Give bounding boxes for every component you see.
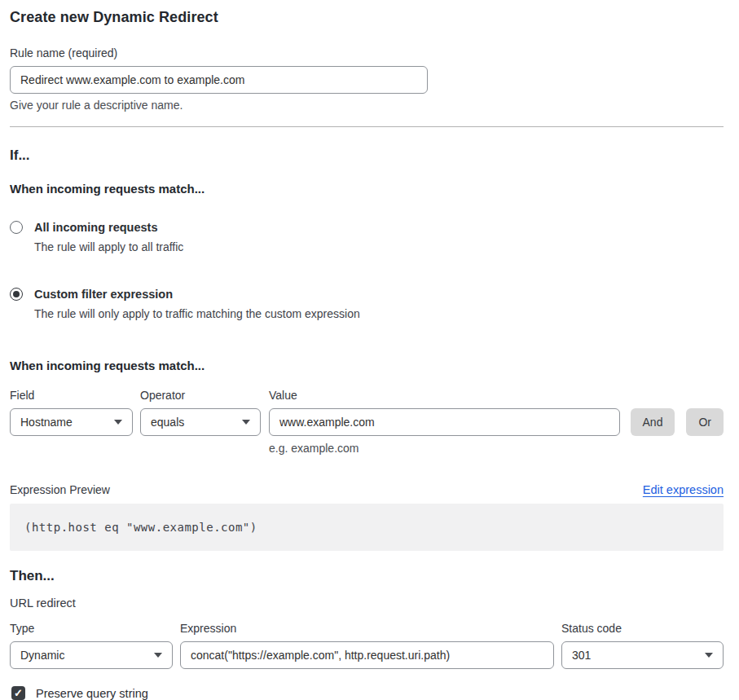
radio-button-checked[interactable] <box>10 288 23 301</box>
operator-label: Operator <box>140 389 261 402</box>
if-section-heading: If... <box>10 147 724 164</box>
radio-description: The rule will only apply to traffic matc… <box>34 306 360 323</box>
radio-label: All incoming requests <box>34 219 183 236</box>
status-code-select[interactable]: 301 <box>561 641 724 669</box>
page-title: Create new Dynamic Redirect <box>10 9 724 26</box>
operator-select-value: equals <box>151 416 235 429</box>
status-code-label: Status code <box>561 622 724 635</box>
value-help: e.g. example.com <box>269 442 724 455</box>
radio-option-all-requests[interactable]: All incoming requests The rule will appl… <box>10 219 724 256</box>
radio-option-custom-filter[interactable]: Custom filter expression The rule will o… <box>10 286 724 323</box>
then-section-heading: Then... <box>10 568 724 584</box>
radio-button-unchecked[interactable] <box>10 221 23 234</box>
or-button[interactable]: Or <box>686 408 724 436</box>
edit-expression-link[interactable]: Edit expression <box>643 483 724 496</box>
radio-label: Custom filter expression <box>34 286 360 303</box>
rule-name-label: Rule name (required) <box>10 46 724 59</box>
chevron-down-icon <box>114 420 122 425</box>
type-select[interactable]: Dynamic <box>10 641 173 669</box>
and-button[interactable]: And <box>631 408 675 436</box>
match-type-radio-group: All incoming requests The rule will appl… <box>10 219 724 322</box>
chevron-down-icon <box>242 420 250 425</box>
value-label: Value <box>269 389 724 402</box>
filter-builder-heading: When incoming requests match... <box>10 359 724 372</box>
field-select[interactable]: Hostname <box>10 408 133 436</box>
value-input[interactable] <box>269 408 620 436</box>
create-redirect-form: Create new Dynamic Redirect Rule name (r… <box>0 0 739 700</box>
preserve-query-checkbox[interactable]: ✓ <box>11 686 25 700</box>
field-select-value: Hostname <box>20 416 108 429</box>
redirect-config-row: Type Expression Status code Dynamic 301 <box>10 622 724 669</box>
type-label: Type <box>10 622 173 635</box>
expression-preview-code: (http.host eq "www.example.com") <box>24 521 257 534</box>
url-redirect-label: URL redirect <box>10 597 724 610</box>
operator-select[interactable]: equals <box>140 408 261 436</box>
field-label: Field <box>10 389 133 402</box>
section-divider <box>10 126 724 127</box>
type-select-value: Dynamic <box>20 649 147 662</box>
chevron-down-icon <box>705 653 713 658</box>
expression-label: Expression <box>180 622 554 635</box>
expression-preview-label: Expression Preview <box>10 483 110 496</box>
check-icon: ✓ <box>14 688 23 698</box>
incoming-match-heading: When incoming requests match... <box>10 182 724 196</box>
rule-name-help: Give your rule a descriptive name. <box>10 99 724 112</box>
redirect-expression-input[interactable] <box>180 641 554 669</box>
filter-builder-row: Field Hostname Operator equals Value And… <box>10 389 724 455</box>
rule-name-input[interactable] <box>10 66 428 94</box>
preserve-query-string-row[interactable]: ✓ Preserve query string <box>10 686 724 700</box>
status-code-select-value: 301 <box>572 649 698 662</box>
preserve-query-label: Preserve query string <box>36 687 148 700</box>
radio-description: The rule will apply to all traffic <box>34 240 183 256</box>
chevron-down-icon <box>154 653 162 658</box>
expression-preview-box: (http.host eq "www.example.com") <box>10 504 724 551</box>
